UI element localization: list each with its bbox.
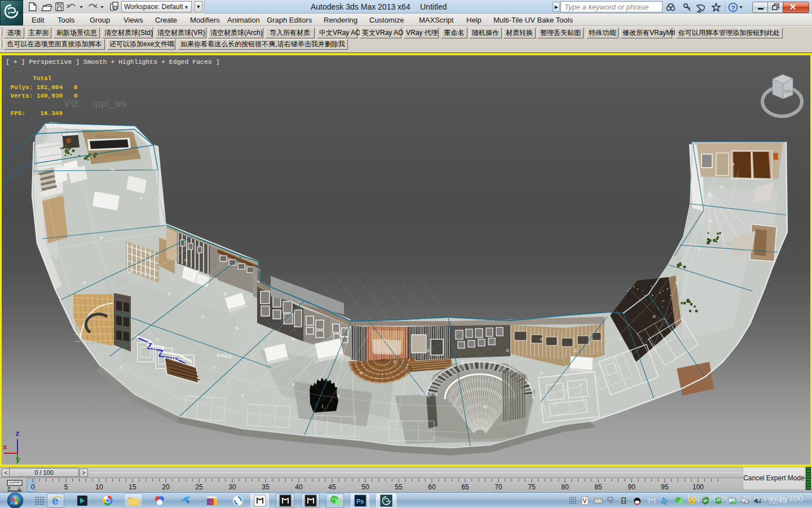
svg-text:55: 55	[395, 483, 403, 491]
svg-text:50: 50	[361, 483, 369, 491]
svg-text:BACK: BACK	[784, 89, 795, 93]
svg-text:35: 35	[262, 483, 270, 491]
svg-text:75: 75	[528, 483, 536, 491]
svg-text:25: 25	[195, 483, 203, 491]
svg-text:85: 85	[594, 483, 602, 491]
svg-text:5: 5	[64, 483, 68, 491]
svg-text:Ps: Ps	[356, 498, 364, 505]
svg-text:65: 65	[461, 483, 469, 491]
svg-text:60: 60	[428, 483, 436, 491]
svg-text:20: 20	[162, 483, 170, 491]
svg-text:95: 95	[661, 483, 669, 491]
svg-text:100: 100	[692, 483, 704, 491]
svg-text:e: e	[52, 494, 59, 507]
svg-text:0: 0	[31, 483, 35, 491]
svg-text:90: 90	[628, 483, 636, 491]
svg-text:80: 80	[561, 483, 569, 491]
svg-text:45: 45	[328, 483, 336, 491]
svg-text:?: ?	[731, 5, 735, 11]
svg-text:z: z	[15, 430, 20, 438]
svg-text:15: 15	[129, 483, 136, 491]
svg-text:40: 40	[295, 483, 303, 491]
svg-text:10: 10	[95, 483, 103, 491]
svg-text:70: 70	[495, 483, 502, 491]
svg-text:y: y	[16, 456, 20, 464]
svg-text:30: 30	[228, 483, 236, 491]
svg-text:x: x	[3, 443, 7, 452]
